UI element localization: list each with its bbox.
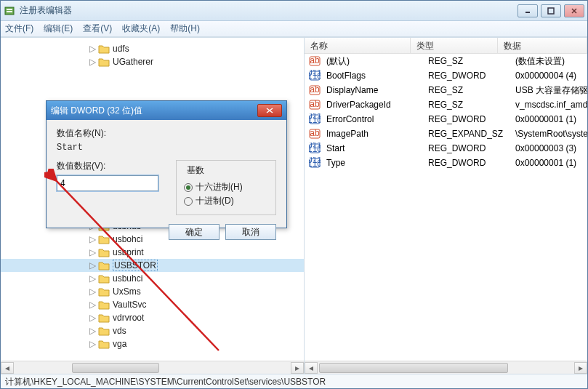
svg-text:ab: ab (310, 84, 320, 95)
reg-string-icon: ab (309, 128, 321, 140)
tree-item[interactable]: ▷UxSms (1, 285, 304, 298)
expander-icon[interactable]: ▷ (88, 313, 97, 322)
window-controls (517, 4, 584, 17)
menu-view[interactable]: 查看(V) (83, 23, 112, 35)
reg-string-icon: ab (309, 99, 321, 111)
menu-file[interactable]: 文件(F) (5, 23, 33, 35)
scroll-thumb[interactable] (72, 363, 159, 373)
values-list[interactable]: ab(默认)REG_SZ(数值未设置)011110BootFlagsREG_DW… (305, 54, 587, 170)
svg-text:ab: ab (310, 55, 320, 65)
reg-string-icon: ab (309, 84, 321, 96)
menu-help[interactable]: 帮助(H) (170, 23, 200, 35)
value-data: (数值未设置) (510, 55, 587, 68)
tree-item[interactable]: ▷usbuhci (1, 272, 304, 285)
column-name[interactable]: 名称 (305, 38, 411, 53)
radix-dec-option[interactable]: 十进制(D) (184, 195, 268, 207)
reg-dword-icon: 011110 (309, 113, 321, 125)
value-name-display: Start (57, 143, 276, 153)
value-data-input[interactable] (57, 175, 158, 191)
value-data-label: 数值数据(V): (57, 160, 163, 172)
expander-icon[interactable]: ▷ (88, 274, 97, 283)
menu-edit[interactable]: 编辑(E) (44, 23, 73, 35)
tree-item[interactable]: ▷usbprint (1, 246, 304, 259)
cancel-button[interactable]: 取消 (225, 224, 276, 240)
left-scrollbar-horizontal[interactable]: ◂ ▸ (1, 361, 304, 374)
dialog-title: 编辑 DWORD (32 位)值 (51, 105, 257, 117)
value-type: REG_SZ (422, 85, 510, 95)
value-type: REG_DWORD (422, 71, 510, 81)
value-row[interactable]: abDriverPackageIdREG_SZv_mscdsc.inf_amd6… (305, 97, 587, 112)
value-type: REG_DWORD (422, 114, 510, 124)
expander-icon[interactable]: ▷ (88, 300, 97, 309)
close-button[interactable] (564, 4, 584, 17)
right-scrollbar-horizontal[interactable]: ◂ ▸ (305, 361, 587, 374)
tree-item[interactable]: ▷vdrvroot (1, 311, 304, 324)
dialog-titlebar[interactable]: 编辑 DWORD (32 位)值 (47, 101, 286, 120)
tree-item-label: UGatherer (113, 57, 153, 67)
value-row[interactable]: ab(默认)REG_SZ(数值未设置) (305, 54, 587, 68)
value-row[interactable]: 011110StartREG_DWORD0x00000003 (3) (305, 141, 587, 156)
value-row[interactable]: 011110ErrorControlREG_DWORD0x00000001 (1… (305, 112, 587, 127)
tree-item-label: vdrvroot (113, 313, 144, 323)
value-name: DisplayName (321, 85, 422, 95)
folder-icon (98, 326, 110, 336)
value-name: ImagePath (321, 129, 422, 139)
value-name: Start (321, 143, 422, 153)
expander-icon[interactable]: ▷ (88, 287, 97, 296)
expander-icon[interactable]: ▷ (88, 326, 97, 335)
expander-icon[interactable]: ▷ (88, 57, 97, 66)
value-data: v_mscdsc.inf_amd64_ne (510, 100, 587, 110)
value-name-label: 数值名称(N): (57, 127, 276, 140)
app-icon (4, 5, 15, 17)
tree-item[interactable]: ▷udfs (1, 42, 304, 55)
radix-legend: 基数 (184, 164, 207, 177)
value-row[interactable]: 011110BootFlagsREG_DWORD0x00000004 (4) (305, 68, 587, 83)
expander-icon[interactable]: ▷ (88, 44, 97, 53)
maximize-button[interactable] (541, 4, 561, 17)
minimize-button[interactable] (517, 4, 538, 17)
value-row[interactable]: 011110TypeREG_DWORD0x00000001 (1) (305, 156, 587, 170)
tree-item[interactable]: ▷USBSTOR (1, 259, 304, 272)
svg-text:110: 110 (309, 71, 321, 81)
scroll-track[interactable] (14, 362, 291, 374)
expander-icon[interactable]: ▷ (88, 261, 97, 270)
scroll-thumb[interactable] (319, 363, 508, 373)
values-header: 名称 类型 数据 (305, 38, 587, 54)
reg-dword-icon: 011110 (309, 157, 321, 169)
tree-item[interactable]: ▷VaultSvc (1, 298, 304, 311)
value-name: Type (321, 158, 422, 168)
scroll-left-button[interactable]: ◂ (1, 362, 14, 374)
folder-icon (98, 57, 110, 67)
folder-icon (98, 339, 110, 349)
value-data: 0x00000004 (4) (510, 71, 587, 81)
scroll-track[interactable] (318, 362, 574, 374)
tree-item[interactable]: ▷vds (1, 324, 304, 337)
value-row[interactable]: abImagePathREG_EXPAND_SZ\SystemRoot\syst… (305, 127, 587, 141)
ok-button[interactable]: 确定 (169, 224, 220, 240)
statusbar: 计算机\HKEY_LOCAL_MACHINE\SYSTEM\CurrentCon… (1, 374, 587, 388)
folder-icon (98, 260, 110, 270)
radix-dec-label: 十进制(D) (196, 195, 234, 207)
value-row[interactable]: abDisplayNameREG_SZUSB 大容量存储驱动程序 (305, 83, 587, 97)
radix-hex-option[interactable]: 十六进制(H) (184, 181, 268, 193)
svg-rect-1 (7, 9, 12, 10)
column-data[interactable]: 数据 (498, 38, 587, 53)
expander-icon[interactable]: ▷ (88, 340, 97, 348)
value-type: REG_SZ (422, 56, 510, 66)
column-type[interactable]: 类型 (411, 38, 498, 53)
menu-favorites[interactable]: 收藏夹(A) (122, 23, 160, 35)
content-area: ▷udfs▷UGatherer▷usbehci▷usbhub▷usbohci▷u… (1, 37, 587, 374)
scroll-left-button[interactable]: ◂ (305, 362, 318, 374)
folder-icon (98, 286, 110, 297)
svg-rect-4 (548, 8, 554, 14)
tree-item[interactable]: ▷vga (1, 337, 304, 350)
tree-item[interactable]: ▷UGatherer (1, 55, 304, 68)
expander-icon[interactable]: ▷ (88, 248, 97, 257)
value-type: REG_EXPAND_SZ (422, 129, 510, 139)
radio-unchecked-icon (184, 197, 193, 206)
scroll-right-button[interactable]: ▸ (574, 362, 587, 374)
scroll-right-button[interactable]: ▸ (291, 362, 304, 374)
tree-item-label: VaultSvc (113, 300, 146, 310)
dialog-close-button[interactable] (257, 104, 282, 117)
value-data: 0x00000001 (1) (510, 158, 587, 168)
